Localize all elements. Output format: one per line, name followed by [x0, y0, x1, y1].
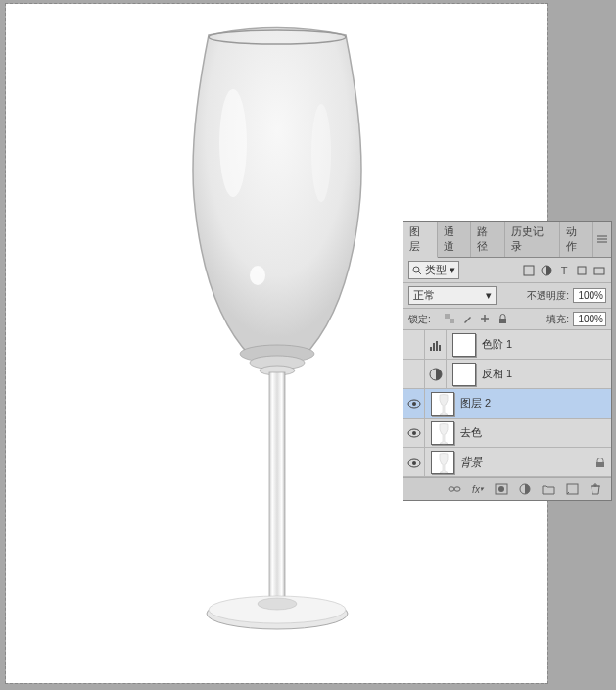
svg-rect-24 — [433, 343, 435, 351]
layer-thumbnail[interactable] — [431, 421, 454, 445]
dropdown-arrow-icon: ▾ — [450, 264, 455, 276]
tab-history[interactable]: 历史记录 — [505, 222, 560, 257]
svg-point-2 — [311, 104, 331, 202]
blend-mode-select[interactable]: 正常 ▾ — [408, 286, 497, 305]
dropdown-arrow-icon: ▾ — [486, 289, 492, 302]
layer-row-desaturate[interactable]: 去色 — [403, 419, 611, 448]
panel-tabs: 图层 通道 路径 历史记录 动作 — [403, 222, 611, 258]
levels-icon — [428, 337, 444, 353]
blend-opacity-row: 正常 ▾ 不透明度: 100% — [403, 283, 611, 309]
layer-name: 色阶 1 — [482, 337, 512, 352]
layer-name: 反相 1 — [482, 367, 512, 381]
delete-layer-icon[interactable] — [588, 482, 603, 496]
layer-fx-icon[interactable]: fx▾ — [470, 482, 486, 496]
visibility-toggle[interactable] — [403, 419, 425, 447]
filter-adjustment-icon[interactable] — [540, 264, 553, 277]
adjustment-icon-slot — [425, 330, 447, 359]
tab-paths[interactable]: 路径 — [471, 222, 505, 257]
svg-rect-22 — [499, 319, 506, 323]
lock-all-icon[interactable] — [498, 314, 509, 325]
filter-pixel-icon[interactable] — [522, 264, 536, 277]
eye-icon — [407, 458, 421, 468]
svg-point-29 — [412, 402, 416, 406]
layer-thumbnail[interactable] — [431, 451, 454, 474]
layer-row-levels[interactable]: 色阶 1 — [403, 330, 611, 360]
svg-rect-20 — [445, 314, 450, 319]
svg-point-10 — [258, 598, 297, 610]
layer-mask-thumbnail[interactable] — [452, 333, 476, 357]
fill-label: 填充: — [546, 313, 569, 326]
add-mask-icon[interactable] — [494, 482, 509, 496]
filter-type-icon[interactable]: T — [557, 264, 571, 277]
layer-name: 背景 — [460, 455, 482, 469]
layers-list: 色阶 1 反相 1 图层 2 — [403, 330, 611, 477]
layers-panel: 图层 通道 路径 历史记录 动作 类型 ▾ T 正常 ▾ 不透明度: 100% — [403, 221, 612, 501]
layer-filter-row: 类型 ▾ T — [403, 258, 611, 283]
visibility-toggle[interactable] — [403, 330, 425, 359]
opacity-input[interactable]: 100% — [573, 288, 606, 303]
filter-label: 类型 — [425, 263, 447, 277]
layer-name: 去色 — [460, 425, 482, 440]
search-icon — [412, 266, 422, 275]
lock-pixels-icon[interactable] — [462, 314, 474, 325]
svg-point-31 — [412, 431, 416, 435]
lock-fill-row: 锁定: 填充: 100% — [403, 309, 611, 330]
visibility-toggle[interactable] — [403, 389, 425, 418]
svg-point-35 — [449, 487, 454, 491]
layer-name: 图层 2 — [460, 396, 491, 411]
panel-bottom-buttons: fx▾ — [403, 477, 611, 500]
svg-point-1 — [219, 89, 247, 197]
svg-rect-18 — [578, 267, 586, 274]
layer-row-invert[interactable]: 反相 1 — [403, 360, 611, 389]
svg-rect-26 — [439, 345, 441, 351]
link-layers-icon[interactable] — [447, 482, 462, 496]
layer-row-layer2[interactable]: 图层 2 — [403, 389, 611, 419]
tab-actions[interactable]: 动作 — [560, 222, 594, 257]
layer-mask-thumbnail[interactable] — [452, 363, 476, 386]
visibility-toggle[interactable] — [403, 448, 425, 476]
filter-smart-icon[interactable] — [592, 264, 606, 277]
svg-line-15 — [418, 271, 421, 274]
layer-row-background[interactable]: 背景 — [403, 448, 611, 477]
svg-point-38 — [498, 486, 504, 492]
tab-layers[interactable]: 图层 — [403, 222, 438, 258]
lock-icon — [595, 458, 605, 468]
lock-position-icon[interactable] — [480, 314, 492, 325]
opacity-label: 不透明度: — [527, 289, 569, 303]
svg-point-36 — [454, 487, 460, 491]
blend-mode-value: 正常 — [413, 288, 435, 303]
wine-glass-image — [169, 25, 385, 643]
layer-thumbnail[interactable] — [431, 392, 454, 416]
new-adjustment-icon[interactable] — [517, 482, 533, 496]
tab-channels[interactable]: 通道 — [438, 222, 472, 257]
lock-transparency-icon[interactable] — [445, 314, 456, 325]
svg-rect-19 — [594, 268, 604, 274]
filter-type-select[interactable]: 类型 ▾ — [408, 261, 459, 279]
svg-rect-7 — [269, 372, 285, 598]
new-layer-icon[interactable] — [564, 482, 580, 496]
eye-icon — [407, 428, 421, 438]
svg-rect-21 — [450, 319, 454, 323]
eye-icon — [407, 399, 421, 409]
svg-point-3 — [250, 266, 265, 285]
filter-shape-icon[interactable] — [575, 264, 589, 277]
new-group-icon[interactable] — [541, 482, 556, 496]
fill-input[interactable]: 100% — [573, 312, 606, 326]
visibility-toggle[interactable] — [403, 360, 425, 388]
svg-point-33 — [412, 461, 416, 465]
panel-menu-icon[interactable] — [593, 222, 611, 257]
adjustment-icon-slot — [425, 360, 447, 388]
svg-rect-23 — [430, 347, 432, 351]
lock-label: 锁定: — [408, 313, 431, 326]
invert-icon — [428, 367, 444, 382]
svg-rect-25 — [436, 341, 438, 351]
svg-rect-34 — [596, 462, 604, 467]
svg-rect-16 — [524, 266, 534, 275]
